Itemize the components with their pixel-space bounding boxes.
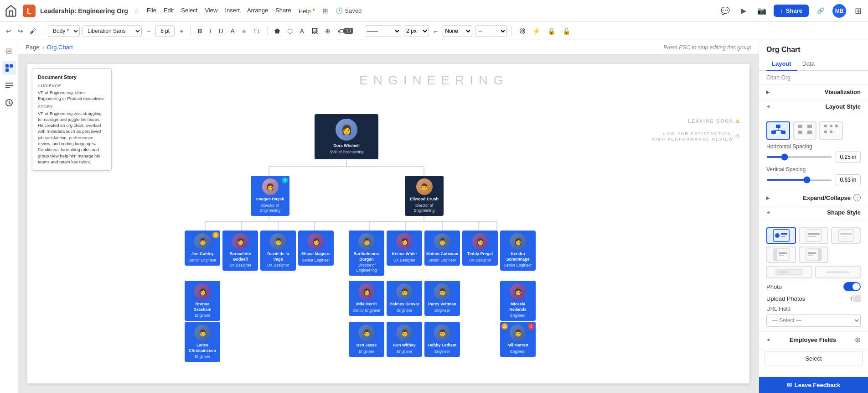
url-field-select[interactable]: — Select — [766,314,861,327]
l4-node-3[interactable]: 👨 Parcy Veltman Engineer [424,281,460,316]
ef-add-icon[interactable]: ⊕ [855,335,861,344]
shape-btn-2[interactable] [831,227,861,244]
collapse-icon[interactable]: ⊞ [852,5,864,17]
menu-file[interactable]: File [147,6,156,16]
menu-arrange[interactable]: Arrange [247,6,268,16]
border-color-button[interactable]: ⬡ [285,26,295,36]
play-icon[interactable]: ▶ [737,5,750,17]
font-size-decrease[interactable]: − [145,26,153,36]
corner-button[interactable]: ⌐ [432,26,440,36]
l4-node-0[interactable]: 👩 Brenna Grasham Engineer [185,281,220,321]
l4-node-1[interactable]: 👩 Mila Merrit Senior Engineer [349,281,384,316]
tab-layout[interactable]: Layout [766,58,797,71]
font-color-button[interactable]: A [228,26,237,36]
none-select[interactable]: None [443,25,472,37]
l5-node-1[interactable]: 👨 Ben Jasse Engineer [349,322,384,357]
left-nav-1[interactable]: ⊞ [2,44,16,58]
v-spacing-input[interactable] [836,174,861,185]
canvas[interactable]: Document Story AUDIENCE VP of Engineerin… [18,55,759,393]
layout-btn-2[interactable] [819,121,843,140]
shape-btn-1[interactable] [799,227,828,244]
saved-indicator[interactable]: 🕐 Saved [336,7,362,14]
menu-select[interactable]: Select [181,6,197,16]
l5-node-2[interactable]: 👨 Ken Withey Engineer [387,322,422,357]
share-button[interactable]: ↑ Share [774,5,809,17]
tab-data[interactable]: Data [797,58,820,71]
l3-node-7[interactable]: 👩 Teddy Pregal UX Designer [462,231,498,266]
l4-node-4[interactable]: 👩 Micaela Neilands Engineer [500,281,536,321]
left-nav-2[interactable] [2,61,16,75]
ec-info-icon[interactable]: i [853,194,861,201]
l3-node-4[interactable]: 👨 Bartholomew Durgan Director of Enginee… [349,231,384,276]
image-button[interactable]: 🖼 [309,26,320,36]
lightning-button[interactable]: ⚡ [530,26,542,36]
shape-btn-0[interactable] [766,227,796,244]
l3-node-6[interactable]: 👨 Matteo Gubeaux Senior Engineer [424,231,460,266]
body-select[interactable]: Body * [48,25,80,37]
comment-icon[interactable]: 💬 [719,5,732,17]
employee-fields-header[interactable]: ▼ Employee Fields ⊕ [759,332,868,348]
bc-page[interactable]: Page [26,44,39,51]
menu-extensions[interactable]: ⊞ [322,6,328,16]
camera-icon[interactable]: 📷 [755,5,768,17]
shape-btn-3[interactable] [766,246,796,263]
left-nav-4[interactable] [2,96,16,110]
l3-node-3[interactable]: 👩 Shana Maguire Senior Engineer [298,231,334,266]
layout-btn-1[interactable] [793,121,816,140]
home-icon[interactable] [4,4,18,18]
link-icon[interactable]: 🔗 [814,5,827,17]
extra-button[interactable]: ⊕ [323,26,333,36]
stroke-button[interactable]: A [298,26,306,36]
h-spacing-slider[interactable] [766,156,832,158]
l5-node-4[interactable]: ⚠ ! 👨 Mil Marrett Engineer [500,322,536,357]
visualization-section-header[interactable]: ▶ Visualization [759,85,868,100]
font-size-input[interactable] [155,25,175,37]
layout-style-header[interactable]: ▼ Layout Style [759,100,868,114]
undo-button[interactable]: ↩ [4,26,14,36]
text-size-button[interactable]: T↕ [251,26,263,36]
l4-node-2[interactable]: 👨 Holmes Denver Engineer [387,281,422,316]
tag-button[interactable]: 🏷 10 [336,26,355,36]
left-nav-3[interactable] [2,79,16,92]
lock2-button[interactable]: 🔓 [560,26,573,36]
font-size-increase[interactable]: + [177,26,186,36]
line-style-select[interactable]: —— [365,25,401,37]
arrow-select[interactable]: → [475,25,507,37]
favorite-icon[interactable]: ☆ [134,7,140,15]
fill-button[interactable]: ⬟ [272,26,282,36]
l3-node-8[interactable]: 👩 Kendra Scrammage Senior Engineer [500,231,536,271]
menu-edit[interactable]: Edit [164,6,174,16]
menu-help[interactable]: Help ● [299,6,315,16]
l3-node-5[interactable]: 👩 Kenna White UX Designer [387,231,422,266]
root-node[interactable]: 👩 Dora Whebell SVP of Engineering [315,114,378,159]
format-painter-button[interactable]: 🖌 [27,26,38,36]
photo-toggle[interactable] [843,282,861,291]
align-button[interactable]: ≡ [240,26,248,36]
menu-share[interactable]: Share [275,6,291,16]
l3-node-1[interactable]: 👩 Bernadette Godsell UX Designer [222,231,258,271]
l5-node-0[interactable]: 👨 Lance Christiansson Engineer [185,322,220,362]
layout-btn-0[interactable] [766,121,790,140]
v-spacing-slider[interactable] [766,179,832,181]
user-avatar[interactable]: MB [832,4,846,18]
lock-button[interactable]: 🔒 [545,26,558,36]
underline-button[interactable]: U [216,26,225,36]
font-select[interactable]: Liberation Sans [83,25,142,37]
italic-button[interactable]: I [207,26,214,36]
logo-icon[interactable]: L [22,4,36,18]
expand-collapse-header[interactable]: ▶ Expand/Collapse i [759,190,868,205]
upload-photos-row[interactable]: Upload Photos ↑⬜ [766,295,861,302]
menu-insert[interactable]: Insert [225,6,240,16]
redo-button[interactable]: ↪ [16,26,26,36]
bold-button[interactable]: B [195,26,204,36]
px-select[interactable]: 2 px [404,25,429,37]
select-button[interactable]: Select [765,351,863,366]
shape-btn-wide-1[interactable] [815,266,861,278]
shape-btn-wide-0[interactable] [766,266,812,278]
l3-node-0[interactable]: ⚠ 👨 Jon Cubley Senior Engineer [185,231,220,266]
shape-btn-4[interactable] [799,246,828,263]
l5-node-3[interactable]: 👨 Debby Lethem Engineer [424,322,460,357]
l2-node-0[interactable]: ? 👩 Imogen Hayek Director of Engineering [251,176,289,216]
h-spacing-input[interactable] [836,152,861,162]
shape-style-header[interactable]: ▼ Shape Style [759,205,868,220]
